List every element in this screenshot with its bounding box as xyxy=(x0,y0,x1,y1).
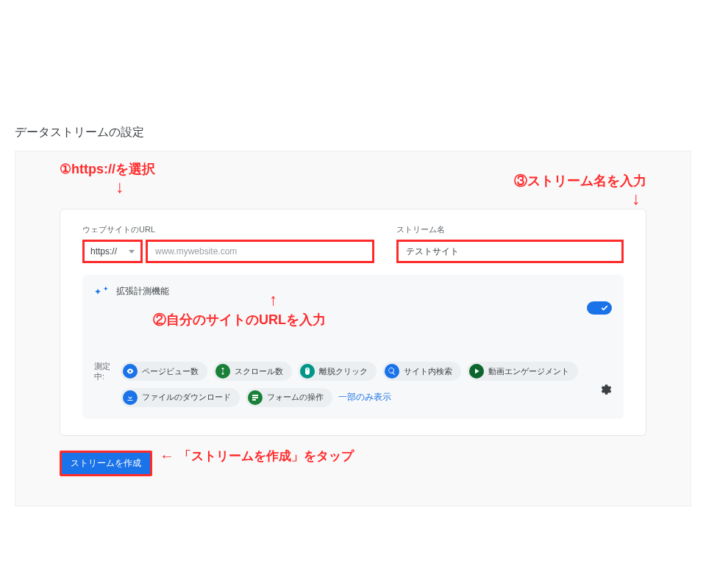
annotation-tap: ← 「ストリームを作成」をタップ xyxy=(160,448,354,465)
page-title: データストリームの設定 xyxy=(15,125,691,140)
eye-icon xyxy=(123,364,138,379)
download-icon xyxy=(123,390,138,405)
url-input[interactable]: www.mywebsite.com xyxy=(146,240,374,263)
annotation-step1: ①https://を選択 ↓ xyxy=(60,160,155,196)
chip-video: 動画エンゲージメント xyxy=(467,362,578,381)
gear-icon[interactable] xyxy=(599,383,612,398)
chevron-down-icon xyxy=(129,250,135,254)
check-icon xyxy=(599,302,610,314)
chip-label: 離脱クリック xyxy=(319,366,368,377)
chip-pageviews: ページビュー数 xyxy=(121,362,207,381)
chip-form: フォームの操作 xyxy=(246,388,332,407)
arrow-down-icon: ↓ xyxy=(115,178,124,196)
url-label: ウェブサイトのURL xyxy=(82,224,374,235)
annotation-tap-text: 「ストリームを作成」をタップ xyxy=(179,448,354,465)
annotation-step1-text: ①https://を選択 xyxy=(60,160,155,178)
chip-download: ファイルのダウンロード xyxy=(121,388,240,407)
url-placeholder: www.mywebsite.com xyxy=(155,246,237,257)
create-stream-button[interactable]: ストリームを作成 xyxy=(60,451,152,476)
show-partial-link[interactable]: 一部のみ表示 xyxy=(338,391,391,404)
chip-label: フォームの操作 xyxy=(267,392,324,403)
chip-scroll: スクロール数 xyxy=(213,362,292,381)
chip-label: ページビュー数 xyxy=(142,366,199,377)
chip-label: 動画エンゲージメント xyxy=(488,366,569,377)
search-icon xyxy=(385,364,399,379)
chip-label: ファイルのダウンロード xyxy=(142,392,231,403)
stream-name-value: テストサイト xyxy=(406,245,459,258)
metrics-row-2: ファイルのダウンロード フォームの操作 一部のみ表示 xyxy=(121,388,612,407)
chip-label: サイト内検索 xyxy=(404,366,452,377)
form-icon xyxy=(248,390,263,405)
annotation-step3-text: ③ストリーム名を入力 xyxy=(514,172,646,190)
stream-name-label: ストリーム名 xyxy=(396,224,624,235)
annotation-step2-text: ②自分のサイトのURLを入力 xyxy=(153,311,326,329)
sparkle-icon: ✦✦ xyxy=(94,287,109,297)
chip-search: サイト内検索 xyxy=(382,362,461,381)
stream-setup-panel: ①https://を選択 ↓ ③ストリーム名を入力 ↓ ウェブサイトのURL h… xyxy=(15,151,691,506)
play-icon xyxy=(469,364,484,379)
scroll-icon xyxy=(215,364,230,379)
enhanced-toggle[interactable] xyxy=(587,301,612,315)
annotation-step2: ↑ ②自分のサイトのURLを入力 xyxy=(94,301,612,326)
metrics-row: 測定中: ページビュー数 スクロール数 離脱クリック xyxy=(94,361,612,382)
enhanced-title: 拡張計測機能 xyxy=(116,285,169,298)
arrow-down-icon: ↓ xyxy=(632,190,641,207)
protocol-value: https:// xyxy=(90,246,117,257)
stream-name-input[interactable]: テストサイト xyxy=(396,240,624,263)
annotation-row: ①https://を選択 ↓ ③ストリーム名を入力 ↓ xyxy=(60,160,646,204)
protocol-select[interactable]: https:// xyxy=(82,240,143,263)
arrow-up-icon: ↑ xyxy=(269,290,277,309)
annotation-step3: ③ストリーム名を入力 ↓ xyxy=(514,172,646,207)
chip-outbound: 離脱クリック xyxy=(298,362,377,381)
enhanced-measurement-box: ✦✦ 拡張計測機能 ↑ ②自分のサイトのURLを入力 測定中: xyxy=(82,275,624,419)
stream-card: ウェブサイトのURL https:// www.mywebsite.com スト… xyxy=(60,209,646,436)
mouse-icon xyxy=(300,364,315,379)
chip-label: スクロール数 xyxy=(235,366,283,377)
arrow-left-icon: ← xyxy=(160,448,174,465)
measuring-label: 測定中: xyxy=(94,361,115,382)
